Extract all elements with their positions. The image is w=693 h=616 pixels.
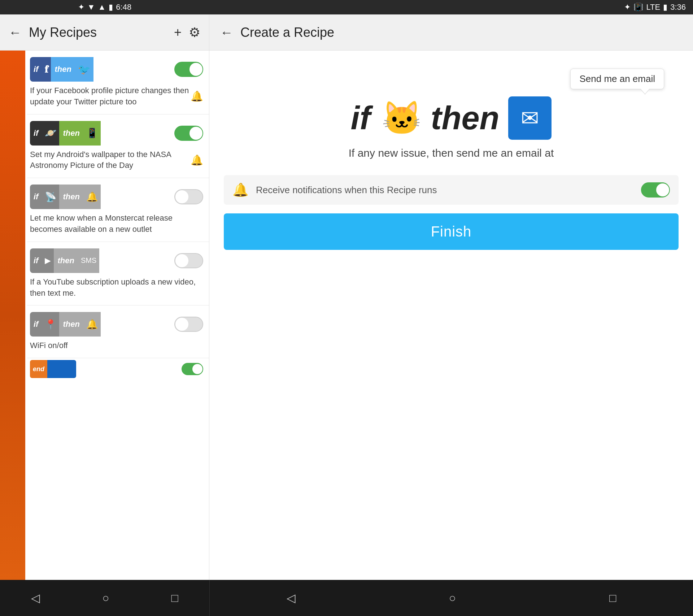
recipe-preview: Send me an email if 🐱 then ✉ If any new …	[224, 61, 679, 166]
bottom-nav-left: ◁ ○ □	[0, 580, 209, 616]
lte-icon: LTE	[646, 3, 660, 12]
badge-then-text-4: then	[54, 248, 78, 273]
badge-if-text-3: if	[30, 185, 42, 209]
back-button-right[interactable]: ←	[220, 25, 233, 40]
tooltip-bubble: Send me an email	[570, 69, 664, 89]
home-nav-left[interactable]: ○	[91, 588, 120, 608]
nasa-icon: 🪐	[42, 121, 59, 146]
vibrate-icon: 📳	[633, 3, 643, 12]
badge-if-text-2: if	[30, 121, 42, 146]
settings-button[interactable]: ⚙	[189, 25, 200, 40]
recent-nav-right[interactable]: □	[598, 588, 627, 608]
recipe-description-2: Set my Android's wallpaper to the NASA A…	[30, 149, 191, 172]
recipe-description-right: If any new issue, then send me an email …	[349, 147, 554, 159]
partial-recipe-item: end	[27, 358, 209, 380]
battery-icon-r: ▮	[663, 3, 667, 12]
partial-if: end	[30, 360, 47, 378]
recipe-description-5: WiFi on/off	[30, 340, 68, 351]
recipe-top-4: if ▶ then SMS	[30, 248, 203, 273]
bluetooth-icon: ✦	[78, 3, 84, 12]
toggle-knob-4	[175, 254, 188, 267]
recipe-top: if 𝐟 then 🐦	[30, 57, 203, 82]
time-right: 3:36	[670, 3, 686, 12]
recent-nav-left[interactable]: □	[161, 588, 189, 608]
then-label: then	[431, 100, 500, 137]
time-left: 6:48	[116, 3, 131, 12]
recipe-toggle-2[interactable]	[174, 126, 203, 141]
recipe-toggle-1[interactable]	[174, 62, 203, 77]
back-button-left[interactable]: ←	[9, 25, 22, 40]
recipe-item[interactable]: if 🪐 then 📱 Set my Android's wallpaper t…	[27, 114, 209, 178]
right-panel: Send me an email if 🐱 then ✉ If any new …	[209, 51, 693, 580]
home-nav-right[interactable]: ○	[438, 588, 467, 608]
back-nav-right[interactable]: ◁	[276, 587, 306, 608]
recipe-item[interactable]: if 𝐟 then 🐦 If your Facebook profile pic…	[27, 51, 209, 114]
status-icons-right: ✦ 📳 LTE ▮ 3:36	[624, 3, 686, 12]
recipes-list: if 𝐟 then 🐦 If your Facebook profile pic…	[0, 51, 209, 380]
recipe-top-2: if 🪐 then 📱	[30, 121, 203, 146]
recipe-badge-loc: if 📍 then 🔔	[30, 312, 124, 337]
recipe-badge-nasa: if 🪐 then 📱	[30, 121, 124, 146]
recipe-toggle-4[interactable]	[174, 253, 203, 268]
partial-toggle-knob	[192, 364, 202, 374]
if-then-row: if 🐱 then ✉	[351, 96, 552, 140]
if-label: if	[351, 100, 371, 137]
notification-toggle[interactable]	[641, 182, 670, 198]
bell-icon-2: 🔔	[191, 154, 203, 166]
recipe-toggle-3[interactable]	[174, 189, 203, 204]
rss-icon: 📡	[42, 185, 59, 209]
recipe-item[interactable]: if 📡 then 🔔 Let me know when a Monsterca…	[27, 178, 209, 242]
email-icon-box: ✉	[508, 96, 552, 140]
toggle-knob-2	[189, 127, 202, 140]
twitter-icon: 🐦	[75, 57, 93, 82]
sms-icon: SMS	[78, 248, 99, 273]
badge-if-text-4: if	[30, 248, 42, 273]
partial-then	[47, 360, 76, 378]
recipe-badge-rss: if 📡 then 🔔	[30, 185, 124, 209]
toggle-knob-1	[189, 63, 202, 76]
recipe-item[interactable]: if ▶ then SMS If a YouTube subscription …	[27, 242, 209, 306]
badge-then-text-2: then	[59, 121, 83, 146]
finish-button[interactable]: Finish	[224, 213, 679, 250]
badge-then-text-5: then	[59, 312, 83, 337]
status-bar-left: ✦ ▼ ▲ ▮ 6:48	[0, 0, 209, 14]
toggle-knob-5	[175, 318, 188, 331]
badge-then-text-3: then	[59, 185, 83, 209]
back-nav-left[interactable]: ◁	[20, 587, 51, 608]
main-content: if 𝐟 then 🐦 If your Facebook profile pic…	[0, 51, 693, 580]
left-header: ← My Recipes + ⚙	[0, 14, 209, 50]
status-bar-right: ✦ 📳 LTE ▮ 3:36	[209, 0, 693, 14]
battery-icon: ▮	[109, 3, 113, 12]
left-header-title: My Recipes	[29, 25, 167, 40]
partial-toggle[interactable]	[182, 363, 203, 375]
bottom-nav-right: ◁ ○ □	[209, 580, 693, 616]
badge-if-text: if	[30, 57, 42, 82]
android-icon: 📱	[83, 121, 101, 146]
email-icon: ✉	[521, 105, 539, 131]
wifi-icon: ▼	[87, 3, 95, 12]
toggle-knob-3	[175, 190, 188, 203]
signal-icon: ▲	[98, 3, 106, 12]
recipe-toggle-5[interactable]	[174, 317, 203, 332]
bell-then-icon-5: 🔔	[83, 312, 101, 337]
badge-then-text: then	[51, 57, 75, 82]
notification-text: Receive notifications when this Recipe r…	[256, 183, 634, 196]
add-recipe-button[interactable]: +	[174, 25, 182, 40]
notification-bell-icon: 🔔	[232, 182, 249, 198]
bluetooth-icon-r: ✦	[624, 3, 631, 12]
bottom-bars: ◁ ○ □ ◁ ○ □	[0, 580, 693, 616]
recipe-top-5: if 📍 then 🔔	[30, 312, 203, 337]
facebook-icon: 𝐟	[42, 57, 51, 82]
recipe-description-1: If your Facebook profile picture changes…	[30, 85, 191, 108]
recipe-item[interactable]: if 📍 then 🔔 WiFi on/off	[27, 305, 209, 358]
left-panel: if 𝐟 then 🐦 If your Facebook profile pic…	[0, 51, 209, 580]
recipe-badge-fb: if 𝐟 then 🐦	[30, 57, 124, 82]
app-headers: ← My Recipes + ⚙ ← Create a Recipe	[0, 14, 693, 51]
github-cat-icon: 🐱	[382, 102, 422, 134]
notification-row: 🔔 Receive notifications when this Recipe…	[224, 175, 679, 205]
notification-toggle-knob	[656, 183, 669, 196]
badge-if-text-5: if	[30, 312, 42, 337]
right-header: ← Create a Recipe	[209, 14, 693, 50]
tooltip-text: Send me an email	[579, 73, 655, 84]
recipe-description-4: If a YouTube subscription uploads a new …	[30, 277, 203, 299]
